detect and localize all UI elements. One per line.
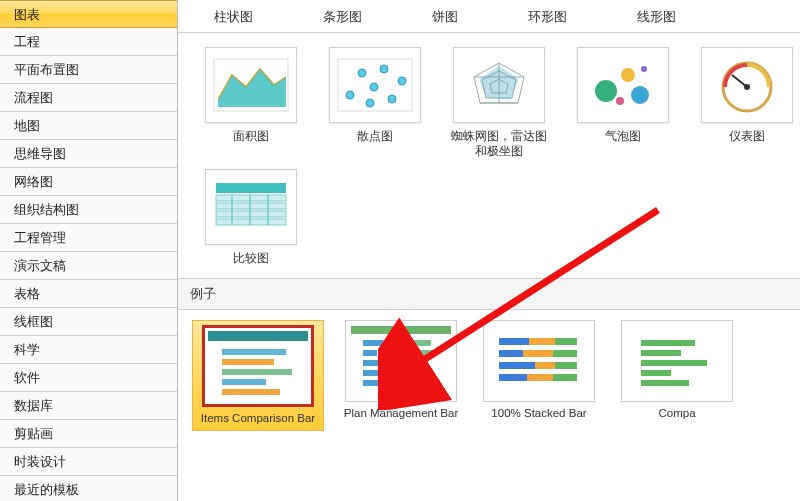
svg-point-24	[744, 84, 750, 90]
sidebar-item-projmgmt[interactable]: 工程管理	[0, 224, 177, 252]
area-chart-icon	[205, 47, 297, 123]
sidebar-item-presentation[interactable]: 演示文稿	[0, 252, 177, 280]
scatter-chart-icon	[329, 47, 421, 123]
svg-rect-51	[363, 370, 381, 376]
svg-rect-38	[222, 379, 266, 385]
svg-rect-66	[555, 362, 577, 369]
svg-rect-63	[553, 350, 577, 357]
svg-rect-74	[641, 370, 671, 376]
sidebar-item-clipart[interactable]: 剪贴画	[0, 420, 177, 448]
thumb-label: 比较图	[233, 251, 269, 266]
svg-rect-59	[529, 338, 555, 345]
sidebar-item-network[interactable]: 网络图	[0, 168, 177, 196]
svg-rect-53	[409, 370, 431, 376]
svg-rect-28	[216, 211, 286, 217]
example-plan-management-bar[interactable]: Plan Management Bar	[340, 320, 462, 431]
tab-pie[interactable]: 饼图	[432, 8, 458, 26]
sidebar-item-engineering[interactable]: 工程	[0, 28, 177, 56]
examples-row: Items Comparison Bar	[178, 310, 800, 431]
sidebar-item-software[interactable]: 软件	[0, 364, 177, 392]
svg-rect-36	[222, 359, 274, 365]
sidebar-item-table[interactable]: 表格	[0, 280, 177, 308]
tab-bar[interactable]: 条形图	[323, 8, 362, 26]
sidebar-item-charts[interactable]: 图表	[0, 0, 177, 28]
tab-line[interactable]: 线形图	[637, 8, 676, 26]
svg-rect-62	[523, 350, 553, 357]
svg-rect-61	[499, 350, 523, 357]
svg-rect-69	[553, 374, 577, 381]
example-thumb	[621, 320, 733, 402]
svg-point-17	[595, 80, 617, 102]
svg-rect-37	[222, 369, 292, 375]
svg-marker-16	[480, 67, 518, 99]
svg-rect-73	[641, 360, 707, 366]
svg-point-18	[621, 68, 635, 82]
svg-rect-71	[641, 340, 695, 346]
thumb-radar-chart[interactable]: 蜘蛛网图，雷达图和极坐图	[446, 47, 552, 159]
svg-rect-55	[387, 380, 405, 386]
category-sidebar: 图表 工程 平面布置图 流程图 地图 思维导图 网络图 组织结构图 工程管理 演…	[0, 0, 178, 501]
thumb-label: 气泡图	[605, 129, 641, 144]
compare-chart-icon	[205, 169, 297, 245]
svg-rect-46	[379, 350, 409, 356]
tab-doughnut[interactable]: 环形图	[528, 8, 567, 26]
svg-rect-64	[499, 362, 535, 369]
example-comp[interactable]: Compa	[616, 320, 738, 431]
svg-point-9	[366, 99, 374, 107]
gauge-chart-icon	[701, 47, 793, 123]
sidebar-item-floorplan[interactable]: 平面布置图	[0, 56, 177, 84]
chart-thumbnails: 面积图 散点图	[178, 41, 800, 266]
thumb-area-chart[interactable]: 面积图	[198, 47, 304, 159]
thumb-bubble-chart[interactable]: 气泡图	[570, 47, 676, 159]
svg-rect-65	[535, 362, 555, 369]
example-thumb	[483, 320, 595, 402]
svg-rect-50	[411, 360, 427, 366]
svg-rect-58	[499, 338, 529, 345]
example-label: 100% Stacked Bar	[491, 407, 586, 421]
svg-rect-52	[383, 370, 407, 376]
examples-header: 例子	[178, 278, 800, 310]
svg-point-20	[616, 97, 624, 105]
sidebar-item-orgchart[interactable]: 组织结构图	[0, 196, 177, 224]
sidebar-item-mindmap[interactable]: 思维导图	[0, 140, 177, 168]
svg-point-3	[346, 91, 354, 99]
thumb-gauge-chart[interactable]: 仪表图	[694, 47, 800, 159]
bubble-chart-icon	[577, 47, 669, 123]
example-100-stacked-bar[interactable]: 100% Stacked Bar	[478, 320, 600, 431]
svg-point-8	[398, 77, 406, 85]
sidebar-item-flowchart[interactable]: 流程图	[0, 84, 177, 112]
example-items-comparison-bar[interactable]: Items Comparison Bar	[192, 320, 324, 431]
svg-rect-60	[555, 338, 577, 345]
sidebar-item-map[interactable]: 地图	[0, 112, 177, 140]
svg-rect-48	[363, 360, 387, 366]
sidebar-item-database[interactable]: 数据库	[0, 392, 177, 420]
svg-point-4	[358, 69, 366, 77]
sidebar-item-recent[interactable]: 最近的模板	[0, 476, 177, 501]
thumb-scatter-chart[interactable]: 散点图	[322, 47, 428, 159]
sidebar-item-science[interactable]: 科学	[0, 336, 177, 364]
thumb-label: 蜘蛛网图，雷达图和极坐图	[446, 129, 552, 159]
svg-rect-27	[216, 203, 286, 209]
svg-rect-68	[527, 374, 553, 381]
svg-rect-39	[222, 389, 280, 395]
sidebar-item-wireframe[interactable]: 线框图	[0, 308, 177, 336]
svg-rect-54	[363, 380, 385, 386]
svg-rect-35	[222, 349, 286, 355]
svg-rect-41	[351, 326, 451, 334]
svg-rect-67	[499, 374, 527, 381]
thumb-compare-chart[interactable]: 比较图	[198, 169, 304, 266]
svg-rect-45	[363, 350, 377, 356]
svg-rect-72	[641, 350, 681, 356]
svg-rect-75	[641, 380, 689, 386]
svg-rect-26	[216, 195, 286, 201]
divider	[178, 32, 800, 33]
svg-rect-47	[411, 350, 435, 356]
example-label: Compa	[658, 407, 695, 421]
svg-point-7	[388, 95, 396, 103]
example-thumb	[345, 320, 457, 402]
sidebar-item-fashion[interactable]: 时装设计	[0, 448, 177, 476]
svg-point-21	[641, 66, 647, 72]
svg-point-5	[370, 83, 378, 91]
tab-column[interactable]: 柱状图	[214, 8, 253, 26]
svg-rect-25	[216, 183, 286, 193]
